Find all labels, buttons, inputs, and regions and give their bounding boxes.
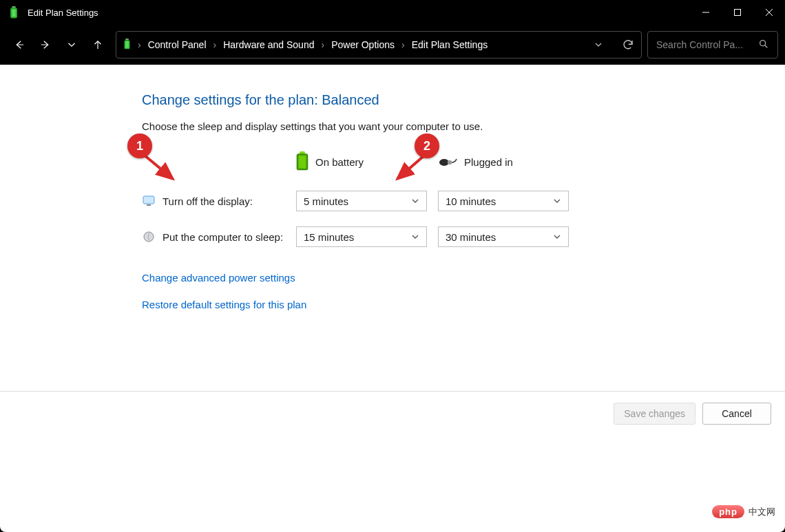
title-bar: Edit Plan Settings bbox=[0, 0, 785, 25]
chevron-down-icon bbox=[553, 231, 561, 243]
column-headers: On battery Plugged in bbox=[142, 151, 785, 173]
row-turn-off-display: Turn off the display: 5 minutes 10 minut… bbox=[142, 191, 785, 211]
links-section: Change advanced power settings Restore d… bbox=[142, 272, 785, 310]
window-root: Edit Plan Settings › Control Panel › Har… bbox=[0, 0, 785, 532]
breadcrumb-item[interactable]: Power Options bbox=[331, 39, 395, 50]
svg-rect-20 bbox=[143, 196, 154, 204]
content-area: Change settings for the plan: Balanced C… bbox=[0, 65, 785, 532]
svg-rect-21 bbox=[147, 204, 151, 206]
nav-bar: › Control Panel › Hardware and Sound › P… bbox=[0, 25, 785, 65]
plugged-in-label: Plugged in bbox=[464, 156, 513, 168]
window-title: Edit Plan Settings bbox=[28, 8, 98, 18]
row-label: Put the computer to sleep: bbox=[163, 231, 283, 243]
chevron-right-icon: › bbox=[401, 39, 405, 50]
watermark-pill: php bbox=[712, 505, 744, 518]
minimize-button[interactable] bbox=[690, 0, 722, 25]
advanced-settings-link[interactable]: Change advanced power settings bbox=[142, 272, 785, 284]
sleep-battery-dropdown[interactable]: 15 minutes bbox=[296, 226, 427, 247]
chevron-down-icon bbox=[411, 195, 419, 207]
svg-rect-2 bbox=[12, 10, 15, 17]
cancel-button[interactable]: Cancel bbox=[702, 403, 771, 425]
dropdown-value: 10 minutes bbox=[446, 195, 496, 207]
chevron-down-icon bbox=[553, 195, 561, 207]
annotation-badge-2: 2 bbox=[415, 134, 439, 158]
svg-rect-4 bbox=[735, 10, 741, 16]
search-box[interactable] bbox=[647, 31, 778, 58]
breadcrumb-item[interactable]: Edit Plan Settings bbox=[412, 39, 488, 50]
battery-icon bbox=[296, 151, 308, 173]
page-subheading: Choose the sleep and display settings th… bbox=[142, 120, 785, 132]
address-dropdown-button[interactable] bbox=[593, 39, 604, 50]
save-button[interactable]: Save changes bbox=[614, 403, 695, 425]
watermark: php 中文网 bbox=[712, 505, 775, 518]
page-heading: Change settings for the plan: Balanced bbox=[142, 92, 785, 108]
window-controls bbox=[690, 0, 785, 25]
display-icon bbox=[142, 194, 156, 208]
dropdown-value: 30 minutes bbox=[446, 231, 496, 243]
breadcrumb-item[interactable]: Hardware and Sound bbox=[223, 39, 314, 50]
display-battery-dropdown[interactable]: 5 minutes bbox=[296, 191, 427, 211]
footer-buttons: Save changes Cancel bbox=[0, 391, 785, 436]
close-button[interactable] bbox=[753, 0, 785, 25]
maximize-button[interactable] bbox=[722, 0, 753, 25]
svg-rect-10 bbox=[125, 39, 129, 40]
search-input[interactable] bbox=[656, 39, 753, 50]
watermark-text: 中文网 bbox=[749, 506, 775, 518]
restore-defaults-link[interactable]: Restore default settings for this plan bbox=[142, 299, 785, 310]
nav-arrow-group bbox=[7, 32, 110, 57]
dropdown-value: 15 minutes bbox=[304, 231, 354, 243]
row-sleep: Put the computer to sleep: 15 minutes 30… bbox=[142, 226, 785, 247]
address-bar[interactable]: › Control Panel › Hardware and Sound › P… bbox=[116, 31, 642, 58]
plug-icon bbox=[438, 155, 457, 169]
moon-icon bbox=[142, 230, 156, 244]
search-icon[interactable] bbox=[758, 39, 769, 52]
row-label: Turn off the display: bbox=[163, 195, 253, 207]
display-plugged-dropdown[interactable]: 10 minutes bbox=[438, 191, 569, 211]
chevron-right-icon: › bbox=[321, 39, 324, 50]
chevron-right-icon: › bbox=[213, 39, 217, 50]
sleep-plugged-dropdown[interactable]: 30 minutes bbox=[438, 226, 569, 247]
svg-rect-17 bbox=[299, 156, 306, 168]
battery-path-icon bbox=[123, 39, 131, 52]
on-battery-label: On battery bbox=[315, 156, 364, 168]
battery-app-icon bbox=[6, 6, 22, 19]
chevron-down-icon bbox=[411, 231, 419, 243]
back-button[interactable] bbox=[7, 32, 32, 57]
refresh-button[interactable] bbox=[622, 39, 634, 51]
chevron-right-icon: › bbox=[138, 39, 141, 50]
svg-point-22 bbox=[144, 232, 154, 242]
svg-point-18 bbox=[439, 159, 449, 166]
svg-rect-12 bbox=[125, 41, 129, 48]
breadcrumb-item[interactable]: Control Panel bbox=[148, 39, 207, 50]
recent-dropdown[interactable] bbox=[59, 32, 84, 57]
svg-rect-19 bbox=[448, 160, 452, 164]
svg-point-13 bbox=[760, 40, 766, 45]
annotation-badge-1: 1 bbox=[127, 134, 152, 158]
svg-line-14 bbox=[765, 45, 768, 47]
plugged-in-header: Plugged in bbox=[438, 155, 580, 169]
up-button[interactable] bbox=[85, 32, 110, 57]
forward-button[interactable] bbox=[33, 32, 58, 57]
dropdown-value: 5 minutes bbox=[304, 195, 348, 207]
